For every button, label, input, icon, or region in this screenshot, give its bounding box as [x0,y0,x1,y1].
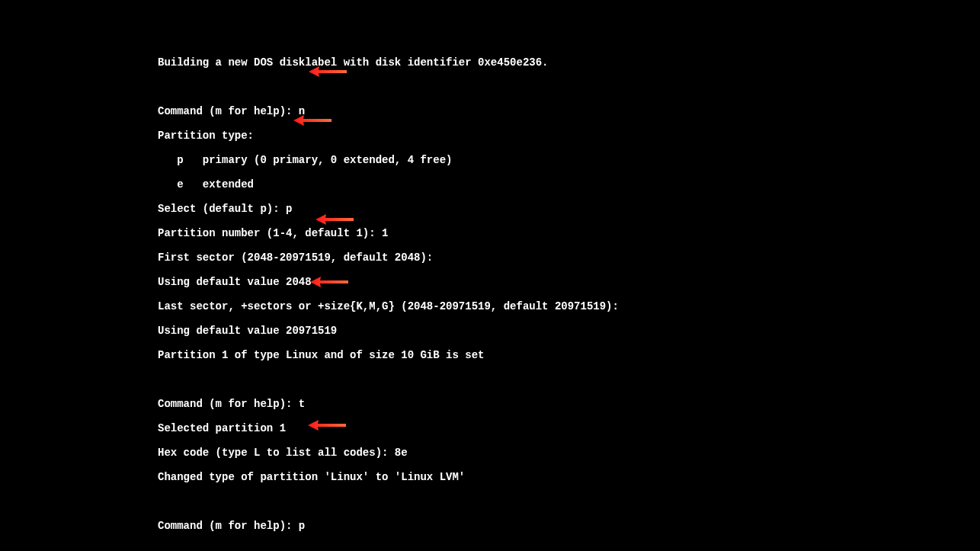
terminal-line [158,373,619,386]
terminal-line [158,495,619,508]
terminal-line: Using default value 20971519 [158,325,619,337]
terminal-line: Partition 1 of type Linux and of size 10… [158,349,619,361]
terminal-line: Command (m for help): t [158,398,619,410]
terminal-line: Hex code (type L to list all codes): 8e [158,447,619,459]
terminal-line: Using default value 2048 [158,276,619,288]
terminal-line: e extended [158,178,619,191]
terminal-line: Last sector, +sectors or +size{K,M,G} (2… [158,300,619,312]
terminal-line: Command (m for help): n [158,105,619,117]
terminal-line: First sector (2048-20971519, default 204… [158,251,619,264]
terminal-line: Partition type: [158,130,619,142]
terminal-line: Select (default p): p [158,203,619,215]
terminal-line [158,544,619,551]
terminal-line: Changed type of partition 'Linux' to 'Li… [158,471,619,483]
terminal-line: Selected partition 1 [158,422,619,434]
terminal-line [158,81,619,93]
terminal-line: p primary (0 primary, 0 extended, 4 free… [158,154,619,166]
terminal-line: Command (m for help): p [158,520,619,532]
terminal-output: Building a new DOS disklabel with disk i… [158,44,619,551]
terminal-line: Partition number (1-4, default 1): 1 [158,227,619,239]
terminal-line: Building a new DOS disklabel with disk i… [158,56,619,69]
